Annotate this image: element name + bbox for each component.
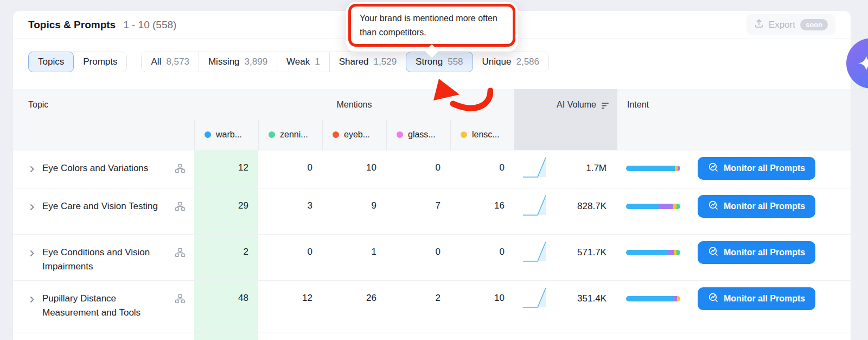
sitemap-icon[interactable] <box>175 163 186 188</box>
intent-cell: Monitor all Prompts <box>617 150 851 180</box>
expand-chevron-icon[interactable] <box>28 163 36 188</box>
mention-count-cell: 12 <box>194 150 258 188</box>
soon-badge: soon <box>800 19 828 30</box>
topic-cell[interactable]: Eye Care and Vision Testing <box>13 188 194 234</box>
intent-bar <box>626 296 680 301</box>
monitor-all-prompts-button[interactable]: Monitor all Prompts <box>698 287 815 310</box>
filter-unique[interactable]: Unique2,586 <box>473 52 548 72</box>
table-row: Eye Care and Vision Testing 29 3 9 7 16 … <box>13 188 851 234</box>
trend-sparkline <box>521 155 552 182</box>
intent-bar <box>626 166 680 171</box>
mention-count-cell: 0 <box>386 150 450 188</box>
brand-column-lensc[interactable]: lensc... <box>450 119 514 150</box>
brand-column-glass[interactable]: glass... <box>386 119 450 150</box>
filter-shared[interactable]: Shared1,529 <box>330 52 406 72</box>
monitor-all-prompts-button[interactable]: Monitor all Prompts <box>698 157 815 180</box>
intent-bar <box>626 250 680 255</box>
brand-column-warb[interactable]: warb... <box>194 119 258 150</box>
mention-count-cell: 12 <box>258 281 322 332</box>
sitemap-icon[interactable] <box>175 294 186 332</box>
ai-volume-value: 571.7K <box>552 247 607 258</box>
filter-all[interactable]: All8,573 <box>142 52 199 72</box>
topic-name[interactable]: Pupillary Distance Measurement and Tools <box>42 292 168 332</box>
brand-dot <box>205 131 211 138</box>
mention-count-cell: 0 <box>258 150 322 188</box>
brand-dot <box>461 131 467 138</box>
mention-count-cell: 29 <box>194 188 258 234</box>
table-row: Pupillary Distance Measurement and Tools… <box>13 280 851 332</box>
title-group: Topics & Prompts 1 - 10 (558) <box>28 19 176 31</box>
mention-count-cell: 10 <box>450 281 514 332</box>
sitemap-icon[interactable] <box>175 248 186 280</box>
mention-count-cell: 0 <box>258 235 322 280</box>
topic-name[interactable]: Eye Care and Vision Testing <box>42 199 168 234</box>
brand-dot <box>333 131 339 138</box>
mention-count-cell: 7 <box>386 188 450 234</box>
monitor-icon <box>708 200 719 213</box>
topic-cell[interactable]: Pupillary Distance Measurement and Tools <box>13 281 194 332</box>
filter-strong[interactable]: Strong558 <box>406 52 473 72</box>
tab-prompts[interactable]: Prompts <box>74 52 126 72</box>
mention-count-cell: 1 <box>322 235 386 280</box>
pagination-range: 1 - 10 (558) <box>123 19 176 31</box>
monitor-icon <box>708 246 719 259</box>
brand-dot <box>269 131 275 138</box>
mention-count-cell: 16 <box>450 188 514 234</box>
ai-volume-value: 351.4K <box>552 293 607 304</box>
mention-count-cell: 2 <box>386 281 450 332</box>
intent-bar <box>626 204 680 209</box>
ai-volume-value: 1.7M <box>552 163 607 174</box>
expand-chevron-icon[interactable] <box>28 248 36 280</box>
mention-count-cell: 0 <box>450 235 514 280</box>
table-row: Eye Conditions and Vision Impairments 2 … <box>13 234 851 280</box>
sitemap-icon[interactable] <box>175 202 186 234</box>
monitor-all-prompts-button[interactable]: Monitor all Prompts <box>698 241 815 264</box>
topic-cell[interactable]: Eye Conditions and Vision Impairments <box>13 235 194 280</box>
mention-count-cell: 3 <box>258 188 322 234</box>
ai-volume-cell: 351.4K <box>514 281 617 312</box>
intent-cell: Monitor all Prompts <box>617 235 851 264</box>
tooltip-text: Your brand is mentioned more often than … <box>348 4 515 47</box>
mention-count-cell: 9 <box>322 188 386 234</box>
red-arrow-annotation <box>432 77 493 120</box>
filter-missing[interactable]: Missing3,899 <box>199 52 277 72</box>
trend-sparkline <box>521 193 552 220</box>
monitor-all-prompts-button[interactable]: Monitor all Prompts <box>698 195 815 218</box>
export-button[interactable]: Export soon <box>746 14 835 35</box>
monitor-icon <box>708 292 719 305</box>
upload-icon <box>754 18 764 31</box>
topics-table: Topic Mentions AI Volume Intent warb... <box>13 89 851 340</box>
intent-cell: Monitor all Prompts <box>617 281 851 310</box>
page-title: Topics & Prompts <box>28 19 116 31</box>
tab-prompts-label: Prompts <box>83 56 117 67</box>
trend-sparkline <box>521 239 552 266</box>
tab-topics[interactable]: Topics <box>29 52 74 72</box>
table-header: Topic Mentions AI Volume Intent warb... <box>13 89 851 150</box>
intent-cell: Monitor all Prompts <box>617 188 851 218</box>
topic-cell[interactable]: Eye Colors and Variations <box>13 150 194 188</box>
brand-column-zenni[interactable]: zenni... <box>258 119 322 150</box>
mention-count-cell: 26 <box>322 281 386 332</box>
brand-column-eyeb[interactable]: eyeb... <box>322 119 386 150</box>
table-row-partial <box>13 332 851 340</box>
filter-weak[interactable]: Weak1 <box>277 52 330 72</box>
column-header-intent: Intent <box>617 89 851 150</box>
expand-chevron-icon[interactable] <box>28 294 36 332</box>
trend-sparkline <box>521 285 552 312</box>
sort-descending-icon <box>601 102 610 111</box>
mention-count-cell: 0 <box>386 235 450 280</box>
topic-name[interactable]: Eye Conditions and Vision Impairments <box>42 245 168 280</box>
tab-topics-label: Topics <box>38 56 64 67</box>
monitor-icon <box>708 162 719 175</box>
mention-count-cell: 2 <box>194 235 258 280</box>
ai-volume-cell: 828.7K <box>514 188 617 220</box>
export-button-label: Export <box>769 20 795 30</box>
brand-dot <box>397 131 403 138</box>
table-row: Eye Colors and Variations 12 0 10 0 0 1.… <box>13 150 851 188</box>
topics-prompts-panel: Topics & Prompts 1 - 10 (558) Export soo… <box>13 11 851 340</box>
topic-name[interactable]: Eye Colors and Variations <box>42 161 168 188</box>
expand-chevron-icon[interactable] <box>28 202 36 234</box>
sparkle-icon: ✦ <box>857 51 868 76</box>
column-header-ai-volume[interactable]: AI Volume <box>514 89 617 150</box>
mention-count-cell: 48 <box>194 281 258 332</box>
